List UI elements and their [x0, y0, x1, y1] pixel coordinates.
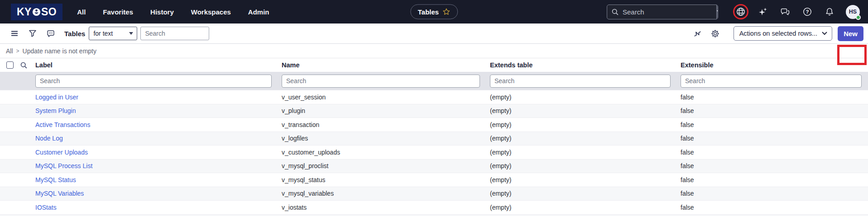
search-mode-value: for text — [93, 30, 113, 37]
svg-text:?: ? — [806, 9, 809, 14]
row-label-link[interactable]: System Plugin — [35, 107, 282, 114]
list-toolbar: Tables for text Actions on — [0, 23, 868, 44]
star-icon[interactable] — [442, 8, 450, 16]
row-name: v_iostats — [282, 204, 490, 211]
row-name: v_mysql_proclist — [282, 162, 490, 169]
row-label-link[interactable]: Node Log — [35, 135, 282, 142]
row-label-link[interactable]: MySQL Status — [35, 176, 282, 183]
row-name: v_transaction — [282, 121, 490, 128]
chat-icon[interactable] — [779, 6, 791, 18]
row-name: v_logfiles — [282, 135, 490, 142]
nav-item-workspaces[interactable]: Workspaces — [191, 8, 231, 16]
row-extensible: false — [681, 204, 868, 211]
row-extensible: false — [681, 121, 868, 128]
bell-icon[interactable] — [824, 6, 835, 18]
row-label-link[interactable]: Active Transactions — [35, 121, 282, 128]
row-extensible: false — [681, 149, 868, 156]
row-extends-table: (empty) — [490, 204, 681, 211]
context-pill-tables[interactable]: Tables — [410, 5, 458, 19]
select-all-checkbox[interactable] — [6, 61, 14, 69]
caret-down-icon — [717, 10, 718, 14]
search-icon[interactable] — [20, 61, 28, 69]
gear-icon[interactable] — [709, 27, 722, 40]
nav-item-favorites[interactable]: Favorites — [103, 8, 133, 16]
sparkles-icon[interactable] — [757, 6, 769, 18]
filter-input-extensible[interactable] — [681, 75, 862, 88]
avatar-initials: HS — [849, 9, 857, 15]
table-row-partial — [0, 214, 868, 216]
row-name: v_plugin — [282, 107, 490, 114]
context-pill-label: Tables — [418, 8, 439, 16]
row-label-link[interactable]: Customer Uploads — [35, 149, 282, 156]
row-extensible: false — [681, 135, 868, 142]
chevron-down-icon — [822, 32, 827, 35]
column-header-extensible[interactable]: Extensible — [681, 61, 868, 69]
column-header-label[interactable]: Label — [35, 61, 282, 69]
logo-o-icon — [32, 8, 41, 16]
row-extends-table: (empty) — [490, 149, 681, 156]
column-header-extends-table[interactable]: Extends table — [490, 61, 681, 69]
caret-down-icon — [129, 32, 133, 35]
row-label-link[interactable]: MySQL Process List — [35, 162, 282, 169]
presence-dot — [856, 15, 861, 20]
global-search[interactable] — [607, 5, 718, 19]
brand-logo-text: KY SO — [17, 6, 57, 18]
row-extensible: false — [681, 190, 868, 197]
row-name: v_user_session — [282, 94, 490, 101]
search-mode-select[interactable]: for text — [89, 27, 137, 40]
top-navbar: KY SO All Favorites History Workspaces A… — [0, 0, 868, 23]
row-label-link[interactable]: MySQL Variables — [35, 190, 282, 197]
row-extensible: false — [681, 107, 868, 114]
row-extends-table: (empty) — [490, 162, 681, 169]
table-row: MySQL Process List v_mysql_proclist (emp… — [0, 159, 868, 173]
filter-input-extends-table[interactable] — [490, 75, 671, 88]
breadcrumb-all[interactable]: All — [6, 47, 13, 55]
row-label-link[interactable]: Logged in User — [35, 94, 282, 101]
table-row: IOStats v_iostats (empty) false — [0, 200, 868, 214]
row-extensible: false — [681, 94, 868, 101]
filter-icon[interactable] — [26, 27, 39, 40]
search-scope-dropdown[interactable] — [716, 5, 718, 19]
row-name: v_mysql_variables — [282, 190, 490, 197]
brand-logo[interactable]: KY SO — [11, 4, 62, 20]
globe-icon[interactable] — [735, 6, 747, 18]
actions-on-selected-rows-select[interactable]: Actions on selected rows... — [734, 26, 832, 41]
row-extensible: false — [681, 162, 868, 169]
filter-input-name[interactable] — [282, 75, 480, 88]
main-menu: All Favorites History Workspaces Admin — [77, 8, 269, 16]
new-button[interactable]: New — [838, 26, 863, 41]
nav-item-all[interactable]: All — [77, 8, 86, 16]
toolbar-right-controls: Actions on selected rows... New — [691, 26, 863, 41]
list-search-input[interactable] — [140, 27, 209, 40]
list-title: Tables — [64, 30, 85, 38]
table-row: Active Transactions v_transaction (empty… — [0, 117, 868, 131]
table-row: Customer Uploads v_customer_uploads (emp… — [0, 145, 868, 159]
column-header-name[interactable]: Name — [282, 61, 490, 69]
comment-icon[interactable] — [44, 27, 57, 40]
global-search-input[interactable] — [619, 5, 716, 19]
nav-item-history[interactable]: History — [150, 8, 174, 16]
filter-input-label[interactable] — [35, 75, 272, 88]
breadcrumb: All > Update name is not empty — [0, 44, 868, 58]
navbar-right-controls: ? HS — [607, 5, 860, 19]
actions-select-value: Actions on selected rows... — [739, 30, 817, 37]
row-extends-table: (empty) — [490, 190, 681, 197]
row-extends-table: (empty) — [490, 176, 681, 183]
search-icon — [607, 5, 619, 19]
table-header-row: Label Name Extends table Extensible — [0, 58, 868, 72]
help-icon[interactable]: ? — [801, 6, 813, 18]
table-body: Logged in User v_user_session (empty) fa… — [0, 90, 868, 216]
row-name: v_customer_uploads — [282, 149, 490, 156]
row-label-link[interactable]: IOStats — [35, 204, 282, 211]
row-extends-table: (empty) — [490, 94, 681, 101]
breadcrumb-filter-condition[interactable]: Update name is not empty — [23, 47, 96, 55]
row-extends-table: (empty) — [490, 135, 681, 142]
table-row: MySQL Status v_mysql_status (empty) fals… — [0, 173, 868, 187]
menu-icon[interactable] — [8, 27, 21, 40]
table-row: Node Log v_logfiles (empty) false — [0, 131, 868, 146]
table-row: MySQL Variables v_mysql_variables (empty… — [0, 187, 868, 201]
row-extensible: false — [681, 176, 868, 183]
avatar[interactable]: HS — [846, 5, 860, 19]
pulse-icon[interactable] — [691, 27, 704, 40]
nav-item-admin[interactable]: Admin — [248, 8, 269, 16]
